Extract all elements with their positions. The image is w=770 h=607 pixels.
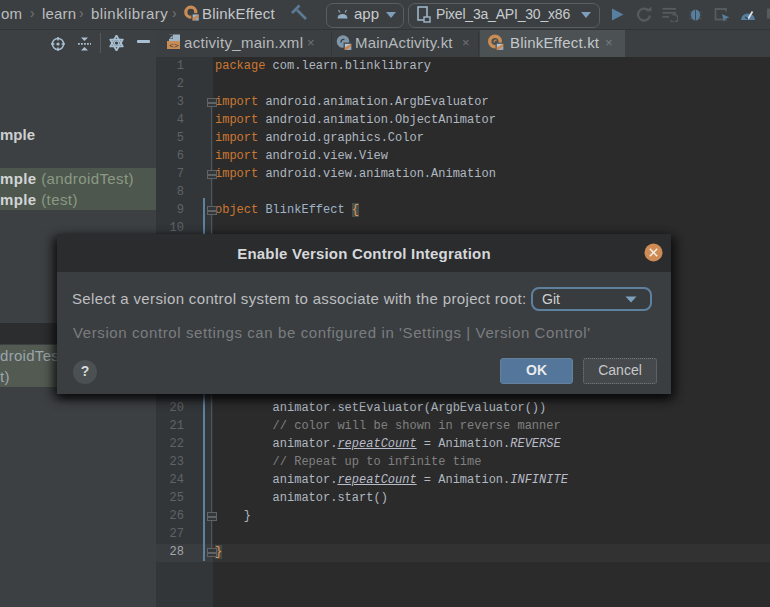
svg-text:<>: <> xyxy=(169,41,179,50)
